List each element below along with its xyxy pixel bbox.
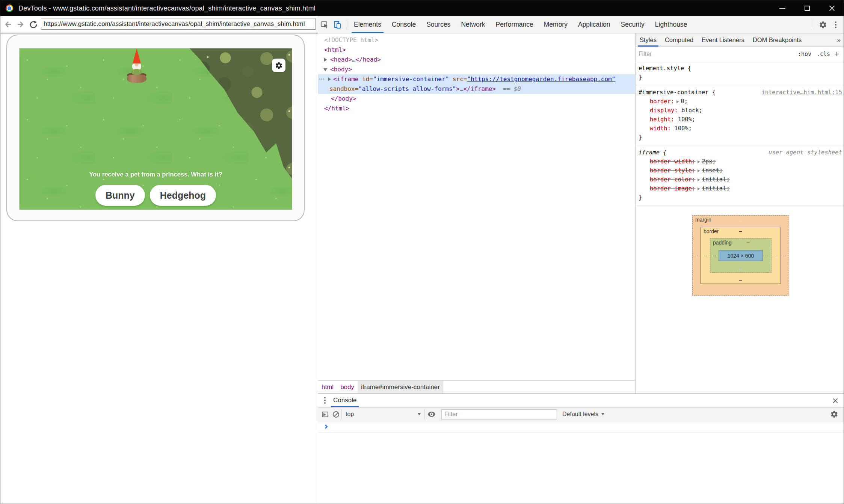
tab-sources[interactable]: Sources (421, 16, 456, 33)
page-viewport: You receive a pet from a princess. What … (0, 34, 318, 504)
rule-immersive-container[interactable]: #immersive-container { interactive…him.h… (636, 85, 844, 145)
dom-node-iframe-selected[interactable]: <iframe id="immersive-container" src="ht… (318, 74, 635, 84)
devtools-window: DevTools - www.gstatic.com/assistant/int… (0, 0, 844, 504)
tab-event-listeners[interactable]: Event Listeners (698, 33, 749, 47)
garden-gnome[interactable] (127, 48, 148, 85)
dom-node-body-close[interactable]: </body> (318, 94, 635, 104)
clear-console-icon[interactable] (333, 411, 339, 418)
new-style-rule-button[interactable]: + (833, 49, 841, 59)
gnome-hat (133, 48, 141, 63)
url-bar[interactable]: https://www.gstatic.com/assistant/intera… (41, 18, 316, 30)
minimize-button[interactable] (770, 0, 795, 16)
bunny-button[interactable]: Bunny (95, 185, 145, 206)
tab-lighthouse[interactable]: Lighthouse (650, 16, 693, 33)
console-sidebar-icon[interactable] (322, 412, 328, 417)
breadcrumb-iframe[interactable]: iframe#immersive-container (358, 381, 443, 393)
css-property[interactable]: height: 100%; (639, 115, 842, 124)
tab-memory[interactable]: Memory (539, 16, 573, 33)
drawer-menu-icon[interactable] (324, 397, 326, 404)
css-property-overridden[interactable]: border-width:2px; (639, 157, 842, 166)
element-class-toggle[interactable]: .cls (814, 51, 833, 57)
tab-security[interactable]: Security (616, 16, 650, 33)
css-property[interactable]: width: 100%; (639, 124, 842, 133)
styles-filter-input[interactable] (639, 49, 795, 59)
more-tabs-chevron[interactable]: » (833, 36, 844, 44)
expand-arrow-icon[interactable] (324, 58, 327, 62)
chevron-down-icon (418, 413, 421, 415)
tab-elements[interactable]: Elements (349, 16, 387, 33)
console-settings-button[interactable] (828, 408, 841, 421)
forward-arrow-icon (16, 20, 25, 29)
expand-arrow-icon[interactable] (328, 77, 331, 81)
rule-element-style[interactable]: element.style { } (636, 61, 844, 85)
tab-computed[interactable]: Computed (661, 33, 698, 47)
box-model-section: margin – – – – border – – – – padding – … (636, 205, 844, 296)
styles-sidebar: Styles Computed Event Listeners DOM Brea… (635, 33, 844, 393)
box-model-margin[interactable]: margin – – – – border – – – – padding – … (692, 215, 789, 296)
forward-button[interactable] (15, 19, 26, 30)
rule-user-agent-iframe[interactable]: iframe { user agent stylesheet border-wi… (636, 145, 844, 205)
box-model-padding[interactable]: padding – – – – 1024 × 600 (710, 238, 772, 273)
reload-icon (29, 20, 38, 29)
devtools-menu-button[interactable] (829, 18, 842, 31)
console-filter-input[interactable] (441, 409, 557, 419)
css-property-overridden[interactable]: border-style:inset; (639, 166, 842, 175)
maximize-button[interactable] (795, 0, 820, 16)
more-actions-icon[interactable] (319, 78, 324, 80)
expand-arrow-icon[interactable] (676, 100, 679, 103)
execution-context-selector[interactable]: top (346, 411, 421, 418)
collapse-arrow-icon[interactable] (323, 68, 327, 71)
drawer-close-button[interactable] (830, 395, 841, 406)
box-model-border[interactable]: border – – – – padding – – – – 1024 × 60… (701, 227, 781, 284)
tab-console[interactable]: Console (387, 16, 421, 33)
dom-node-doctype[interactable]: <!DOCTYPE html> (318, 35, 635, 45)
devtools-toolbar: Elements Console Sources Network Perform… (318, 16, 844, 33)
css-property-overridden[interactable]: border-image:initial; (639, 184, 842, 193)
css-property-overridden[interactable]: border-color:initial; (639, 175, 842, 184)
console-drawer: Console top Default levels (318, 393, 844, 504)
devtools-divider[interactable] (318, 16, 318, 504)
toolbar-separator (814, 20, 814, 30)
gnome-body (132, 69, 142, 75)
styles-filter-row: :hov .cls + (636, 47, 844, 61)
box-model-content[interactable]: 1024 × 600 (719, 250, 763, 261)
stylesheet-source-link[interactable]: interactive…him.html:15 (761, 88, 842, 97)
back-button[interactable] (3, 19, 13, 30)
pseudo-class-toggle[interactable]: :hov (795, 51, 814, 57)
css-property[interactable]: border:0; (639, 97, 842, 106)
css-property[interactable]: display: block; (639, 106, 842, 115)
close-button[interactable] (820, 0, 844, 16)
game-settings-button[interactable] (272, 59, 285, 72)
dom-node-head[interactable]: <head>…</head> (318, 55, 635, 65)
toolbar-separator (341, 409, 342, 419)
chevron-down-icon (601, 413, 604, 415)
css-rules: element.style { } #immersive-container {… (636, 61, 844, 205)
device-toolbar-toggle[interactable] (331, 18, 344, 31)
dom-node-html-open[interactable]: <html> (318, 45, 635, 55)
drawer-tab-console[interactable]: Console (329, 394, 360, 407)
user-agent-stylesheet-label: user agent stylesheet (769, 148, 842, 157)
devtools-settings-button[interactable] (817, 18, 829, 31)
console-prompt[interactable] (318, 421, 844, 433)
inspect-element-button[interactable] (318, 18, 331, 31)
iframe-src-link[interactable]: "https://testgnomegarden.firebaseapp.com… (467, 75, 615, 83)
tab-styles[interactable]: Styles (636, 33, 661, 47)
close-icon (829, 5, 835, 11)
kebab-menu-icon (835, 21, 836, 28)
reload-button[interactable] (28, 19, 39, 30)
tab-application[interactable]: Application (573, 16, 616, 33)
live-expression-eye-icon[interactable] (427, 410, 436, 419)
chrome-favicon-icon (6, 5, 13, 12)
breadcrumb-body[interactable]: body (337, 381, 358, 393)
breadcrumb-html[interactable]: html (318, 381, 337, 393)
expand-arrow-icon (698, 169, 700, 172)
back-arrow-icon (3, 20, 12, 29)
dom-node-html-close[interactable]: </html> (318, 104, 635, 113)
tab-network[interactable]: Network (456, 16, 490, 33)
dom-node-body-open[interactable]: <body> (318, 65, 635, 74)
dom-node-iframe-wrap[interactable]: sandbox="allow-scripts allow-forms">…</i… (318, 84, 635, 94)
tab-performance[interactable]: Performance (491, 16, 539, 33)
tab-dom-breakpoints[interactable]: DOM Breakpoints (749, 33, 806, 47)
hedgehog-button[interactable]: Hedgehog (150, 185, 216, 206)
log-level-selector[interactable]: Default levels (562, 411, 604, 418)
